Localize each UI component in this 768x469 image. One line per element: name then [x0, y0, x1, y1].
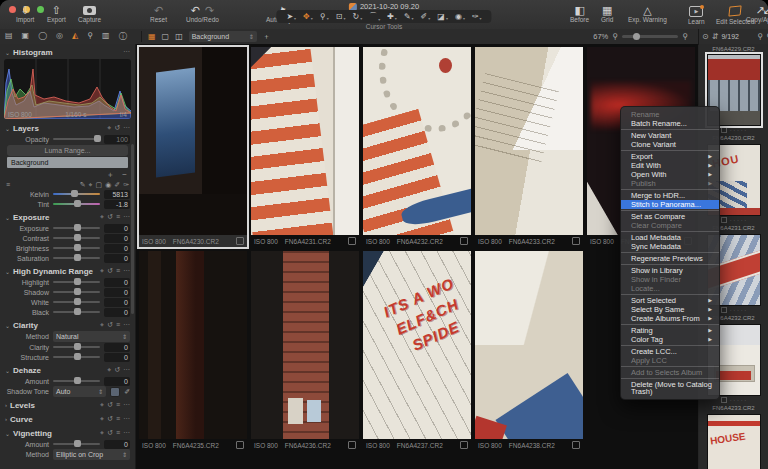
zoom-percent[interactable]: 67%: [593, 32, 608, 41]
filmstrip-thumb[interactable]: HOUSE: [707, 414, 761, 469]
panel-scrollbar[interactable]: [131, 144, 134, 314]
rating-dots[interactable]: · · · · ·: [730, 397, 747, 403]
contrast-value[interactable]: 0: [104, 234, 130, 243]
zoom-slider[interactable]: [622, 35, 678, 38]
menu-item-sort-selected[interactable]: Sort Selected▶: [621, 296, 719, 305]
reset-button[interactable]: ↶ Reset: [150, 4, 167, 23]
opacity-value[interactable]: 100: [104, 135, 130, 144]
structure-slider[interactable]: [53, 356, 100, 358]
menu-item-color-tag[interactable]: Color Tag▶: [621, 335, 719, 344]
shadow-tone-dropdown[interactable]: Auto ⇕: [53, 386, 106, 397]
more-icon[interactable]: ⋯: [123, 415, 130, 423]
reset-adjustments-icon[interactable]: ↺: [107, 213, 113, 221]
reset-adjustments-icon[interactable]: ↺: [114, 366, 120, 374]
picker-icon[interactable]: ⌖: [100, 321, 104, 329]
menu-item-delete[interactable]: Delete (Move to Catalog Trash): [621, 380, 719, 396]
learn-button[interactable]: ▶ Learn: [688, 4, 705, 25]
picker-icon[interactable]: ⌖: [100, 401, 104, 409]
menu-item-regenerate-previews[interactable]: Regenerate Previews: [621, 254, 719, 263]
tab-color[interactable]: ◎: [56, 31, 63, 42]
select-checkbox[interactable]: [236, 237, 244, 245]
grid-cell[interactable]: ISO 800FN6A4236.CR2: [251, 251, 359, 451]
tab-capture[interactable]: ▣: [22, 31, 30, 42]
black-slider[interactable]: [53, 311, 100, 313]
picker-icon[interactable]: ⌖: [89, 181, 93, 189]
eye-icon[interactable]: ⊙: [702, 32, 709, 41]
exposure-warning-button[interactable]: △ Exp. Warning: [628, 4, 667, 23]
highlight-slider[interactable]: [53, 281, 100, 283]
tab-adjustments[interactable]: ◭: [72, 31, 78, 42]
luma-range-button[interactable]: Luma Range...: [7, 145, 128, 156]
grid-cell[interactable]: ISO 800FN6A4231.CR2: [251, 47, 359, 247]
search-icon[interactable]: ⚲: [757, 32, 763, 41]
menu-item-rating[interactable]: Rating▶: [621, 326, 719, 335]
grid-toggle-button[interactable]: ▦ Grid: [601, 4, 613, 23]
preset-icon[interactable]: ≡: [116, 267, 120, 275]
preset-icon[interactable]: ≡: [116, 429, 120, 437]
exposure-value[interactable]: 0: [104, 224, 130, 233]
brightness-slider[interactable]: [53, 247, 100, 249]
tab-metadata[interactable]: ▥: [102, 31, 110, 42]
contrast-slider[interactable]: [53, 237, 100, 239]
tint-slider[interactable]: [53, 203, 100, 205]
vignetting-header[interactable]: ⌄ Vignetting ⌖ ↺ ≡ ⋯: [0, 427, 135, 439]
reset-adjustments-icon[interactable]: ↺: [107, 267, 113, 275]
menu-item-create-albums-from[interactable]: Create Albums From▶: [621, 314, 719, 323]
more-icon[interactable]: ⋯: [123, 429, 130, 437]
thumbnail-fn6a4237[interactable]: ITS A WO ELF&CH SPIDE: [363, 251, 471, 439]
rating-dots[interactable]: · · · · ·: [730, 307, 747, 313]
menu-item-merge-to-hdr[interactable]: Merge to HDR...: [621, 191, 719, 200]
structure-value[interactable]: 0: [104, 353, 130, 362]
preset-icon[interactable]: ≡: [116, 321, 120, 329]
thumbnail-fn6a4238[interactable]: [475, 251, 583, 439]
picker-icon[interactable]: ⌖: [107, 124, 111, 132]
more-icon[interactable]: ⋯: [123, 213, 130, 221]
more-icon[interactable]: ⋯: [123, 366, 130, 374]
shadow-slider[interactable]: [53, 291, 100, 293]
saturation-value[interactable]: 0: [104, 254, 130, 263]
radial-icon[interactable]: ◉: [105, 181, 111, 189]
curve-header[interactable]: › Curve ⌖ ↺ ≡ ⋯: [0, 413, 135, 425]
grid-cell[interactable]: ISO 800FN6A4232.CR2: [363, 47, 471, 247]
shadow-tone-swatch[interactable]: [110, 387, 120, 397]
pen-icon[interactable]: ✐: [114, 181, 120, 189]
select-tool-button[interactable]: ➤▾: [286, 12, 296, 21]
saturation-slider[interactable]: [53, 257, 100, 259]
clarity-value[interactable]: 0: [104, 343, 130, 352]
undo-redo-buttons[interactable]: ↶ ↷ Undo/Redo: [186, 4, 219, 23]
tab-library[interactable]: ▤: [5, 31, 13, 42]
picker-icon[interactable]: ⌖: [100, 429, 104, 437]
radial-mask-tool-button[interactable]: ◉▾: [455, 12, 465, 21]
dehaze-header[interactable]: ⌄ Dehaze ⌖ ↺ ⋯: [0, 364, 135, 376]
shadow-tone-eyedropper-icon[interactable]: ✐: [124, 388, 130, 396]
reset-adjustments-icon[interactable]: ↺: [114, 124, 120, 132]
grid-cell[interactable]: ISO 800FN6A4233.CR2: [475, 47, 583, 247]
zoom-slider-handle[interactable]: [633, 33, 640, 40]
reset-adjustments-icon[interactable]: ↺: [107, 415, 113, 423]
tint-value[interactable]: -1.8: [104, 200, 130, 209]
clarity-header[interactable]: ⌄ Clarity ⌖ ↺ ≡ ⋯: [0, 319, 135, 331]
brush-icon[interactable]: ✎: [80, 181, 86, 189]
capture-button[interactable]: Capture: [78, 4, 101, 23]
select-checkbox[interactable]: [721, 397, 727, 403]
dehaze-amount-slider[interactable]: [53, 380, 100, 382]
single-view-button[interactable]: ▢: [162, 32, 170, 41]
menu-item-open-with[interactable]: Open With▶: [621, 170, 719, 179]
wb-eyedropper-icon[interactable]: ✑: [123, 181, 129, 189]
hdr-header[interactable]: ⌄ High Dynamic Range ⌖ ↺ ≡ ⋯: [0, 265, 135, 277]
preset-icon[interactable]: ≡: [116, 415, 120, 423]
thumbnail-fn6a4233[interactable]: [475, 47, 583, 235]
more-icon[interactable]: ⋯: [123, 48, 130, 56]
spot-removal-tool-button[interactable]: ✚▾: [387, 12, 397, 21]
kelvin-value[interactable]: 5813: [104, 190, 130, 199]
grid-cell[interactable]: ITS A WO ELF&CH SPIDE ISO 800FN6A4237.CR…: [363, 251, 471, 451]
straighten-tool-button[interactable]: ⌒▾: [369, 11, 380, 22]
select-checkbox[interactable]: [721, 307, 727, 313]
levels-header[interactable]: › Levels ⌖ ↺ ≡ ⋯: [0, 399, 135, 411]
clarity-slider[interactable]: [53, 346, 100, 348]
select-checkbox[interactable]: [572, 237, 580, 245]
crop-tool-button[interactable]: ⊡▾: [336, 12, 346, 21]
tab-lens[interactable]: ◯: [38, 31, 47, 42]
picker-icon[interactable]: ⌖: [100, 213, 104, 221]
pan-tool-button[interactable]: ✥▾: [303, 12, 313, 21]
